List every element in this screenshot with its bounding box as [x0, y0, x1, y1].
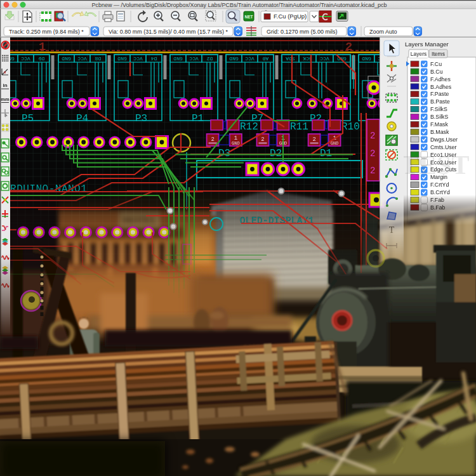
svg-text:B.Fab: B.Fab: [430, 204, 446, 211]
svg-text:TEST: TEST: [404, 150, 469, 180]
svg-text:F.Fab: F.Fab: [430, 197, 444, 203]
svg-text:in: in: [3, 83, 7, 88]
svg-text:Layers Manager: Layers Manager: [405, 41, 449, 48]
svg-text:Dwgs.User: Dwgs.User: [430, 136, 458, 143]
svg-text:B.Adhes: B.Adhes: [430, 84, 452, 90]
svg-text:B.Paste: B.Paste: [430, 98, 450, 105]
svg-text:F.Cu: F.Cu: [430, 61, 442, 67]
svg-text:B.SilkS: B.SilkS: [430, 114, 448, 120]
svg-text:Pcbnew — /Volumes/BigDisk/Drop: Pcbnew — /Volumes/BigDisk/Dropbox/Xonay …: [91, 2, 387, 8]
svg-text:B.Mask: B.Mask: [430, 129, 449, 135]
svg-text:F.SilkS: F.SilkS: [430, 106, 447, 112]
svg-text:Zoom Auto: Zoom Auto: [369, 29, 397, 35]
svg-text:F.Adhes: F.Adhes: [430, 76, 451, 83]
svg-text:Cmts.User: Cmts.User: [430, 144, 457, 150]
svg-text:B.CrtYd: B.CrtYd: [430, 189, 450, 195]
svg-text:mm: mm: [1, 96, 10, 102]
svg-text:F.Cu (PgUp): F.Cu (PgUp): [274, 13, 307, 20]
svg-text:NET: NET: [245, 15, 253, 19]
svg-text:F.Paste: F.Paste: [430, 91, 449, 97]
svg-text:B.Cu: B.Cu: [430, 69, 443, 75]
svg-text:Grid: 0.1270 mm (5.00 mils): Grid: 0.1270 mm (5.00 mils): [267, 29, 338, 35]
svg-text:Via: 0.80 mm (31.5 mils)/ 0.40: Via: 0.80 mm (31.5 mils)/ 0.40 mm (15.7 …: [109, 29, 228, 35]
svg-text:T: T: [389, 225, 395, 235]
svg-text:Items: Items: [432, 51, 445, 57]
svg-text:F.Mask: F.Mask: [430, 121, 448, 128]
svg-text:Layers: Layers: [411, 51, 427, 57]
svg-text:F.CrtYd: F.CrtYd: [430, 182, 449, 188]
svg-text:Track: 0.250 mm (9.84 mils) *: Track: 0.250 mm (9.84 mils) *: [9, 29, 84, 35]
